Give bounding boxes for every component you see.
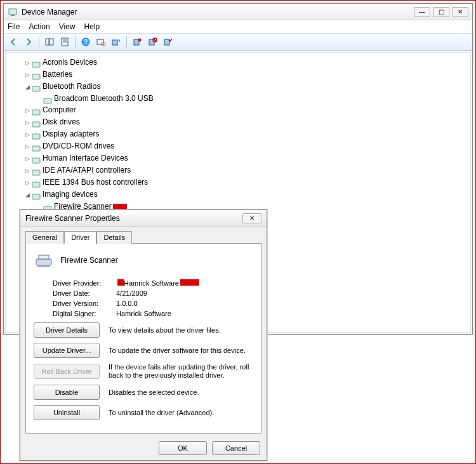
tree-node-label: Acronis Devices [43, 58, 97, 67]
tree-node-label: Bluetooth Radios [43, 82, 100, 91]
device-category-icon [31, 118, 41, 127]
window-title: Device Manager [22, 8, 414, 17]
tree-node[interactable]: ◢Imaging devicesFirewire Scanner [23, 189, 468, 212]
maximize-button[interactable]: ▢ [433, 7, 449, 17]
dialog-close-button[interactable]: ✕ [242, 213, 261, 223]
svg-rect-26 [32, 146, 40, 151]
tree-root[interactable]: ▷Acronis Devices▷Batteries◢Bluetooth Rad… [12, 56, 468, 212]
driver-details-button[interactable]: Driver Details [34, 322, 100, 338]
tree-node[interactable]: ▷Human Interface Devices [23, 152, 468, 164]
minimize-button[interactable]: — [414, 7, 430, 17]
expander-icon[interactable]: ◢ [23, 81, 31, 93]
expander-icon[interactable]: ▷ [23, 69, 31, 81]
svg-rect-15 [149, 39, 154, 45]
update-driver-desc: To update the driver software for this d… [109, 347, 253, 355]
signer-label: Digital Signer: [53, 310, 116, 317]
svg-rect-24 [32, 122, 40, 127]
tree-node[interactable]: ▷IEEE 1394 Bus host controllers [23, 176, 468, 189]
version-value: 1.0.0.0 [116, 300, 138, 307]
svg-rect-28 [32, 170, 40, 175]
svg-rect-19 [32, 62, 40, 67]
svg-rect-25 [32, 134, 40, 139]
tree-node-label: Display adapters [43, 129, 99, 138]
close-button[interactable]: ✕ [452, 7, 468, 17]
expander-icon[interactable]: ▷ [23, 57, 31, 69]
expander-icon[interactable]: ▷ [23, 129, 31, 140]
expander-icon[interactable]: ▷ [23, 141, 31, 152]
expander-icon[interactable]: ▷ [23, 165, 31, 176]
tree-node-label: Imaging devices [43, 190, 98, 199]
show-hide-tree-button[interactable] [43, 35, 56, 49]
version-label: Driver Version: [53, 300, 116, 307]
app-icon [8, 7, 18, 17]
tree-node[interactable]: ▷Acronis Devices [23, 56, 468, 69]
disable-toolbar-button[interactable] [145, 35, 159, 49]
ok-button[interactable]: OK [159, 441, 207, 455]
device-category-icon [31, 190, 41, 199]
tree-node[interactable]: ▷DVD/CD-ROM drives [23, 140, 468, 152]
tree-node-label: Computer [43, 105, 76, 114]
uninstall-desc: To uninstall the driver (Advanced). [109, 409, 253, 417]
disable-button[interactable]: Disable [34, 385, 100, 400]
titlebar[interactable]: Device Manager — ▢ ✕ [4, 4, 472, 20]
tab-driver[interactable]: Driver [64, 231, 96, 244]
menu-view[interactable]: View [59, 22, 76, 31]
device-category-icon [31, 154, 41, 163]
provider-value: Hamrick Software [124, 279, 179, 287]
tree-node[interactable]: ▷Batteries [23, 69, 468, 81]
tree-node-label: IEEE 1394 Bus host controllers [43, 178, 148, 187]
device-category-icon [31, 58, 41, 67]
enable-toolbar-button[interactable] [161, 35, 175, 49]
device-category-icon [31, 142, 41, 151]
expander-icon[interactable]: ▷ [23, 153, 31, 164]
properties-button[interactable] [58, 35, 72, 49]
separator-icon [39, 36, 39, 48]
uninstall-button[interactable]: Uninstall [34, 405, 100, 420]
tab-panel-driver: Firewire Scanner Driver Provider: Hamric… [25, 243, 261, 434]
tree-node[interactable]: ▷Disk drives [23, 116, 468, 128]
separator-icon [75, 36, 76, 48]
tab-details[interactable]: Details [96, 231, 132, 244]
expander-icon[interactable]: ◢ [23, 189, 31, 201]
tree-node-label: IDE ATA/ATAPI controllers [43, 166, 131, 175]
device-category-icon [31, 106, 41, 115]
forward-button[interactable] [22, 35, 36, 49]
update-driver-button[interactable]: Update Driver... [34, 343, 100, 358]
svg-rect-32 [36, 259, 51, 265]
svg-rect-11 [112, 40, 117, 45]
menu-help[interactable]: Help [84, 22, 100, 31]
back-button[interactable] [6, 35, 20, 49]
tab-general[interactable]: General [25, 231, 64, 244]
tree-node[interactable]: ▷Display adapters [23, 128, 468, 140]
menu-action[interactable]: Action [29, 22, 50, 31]
help-button[interactable]: ? [79, 35, 93, 49]
redaction-mark [180, 279, 199, 286]
svg-rect-3 [50, 39, 53, 45]
tree-node[interactable]: ▷Computer [23, 104, 468, 116]
scan-hardware-button[interactable] [94, 35, 108, 49]
redaction-mark [117, 279, 124, 286]
update-driver-toolbar-button[interactable] [109, 35, 123, 49]
svg-rect-0 [9, 9, 17, 15]
device-category-icon [31, 70, 41, 79]
separator-icon [126, 36, 127, 48]
cancel-button[interactable]: Cancel [212, 441, 260, 455]
expander-icon[interactable]: ▷ [23, 105, 31, 116]
tree-node-label: DVD/CD-ROM drives [43, 142, 114, 150]
tree-node[interactable]: Broadcom Bluetooth 3.0 USB [35, 93, 468, 104]
tree-node[interactable]: ◢Bluetooth RadiosBroadcom Bluetooth 3.0 … [23, 81, 468, 104]
uninstall-toolbar-button[interactable] [130, 35, 144, 49]
dialog-titlebar[interactable]: Firewire Scanner Properties ✕ [20, 210, 267, 227]
expander-icon[interactable]: ▷ [23, 117, 31, 128]
device-category-icon [31, 166, 41, 175]
svg-rect-12 [134, 39, 139, 45]
svg-rect-30 [32, 194, 40, 199]
tree-node[interactable]: ▷IDE ATA/ATAPI controllers [23, 164, 468, 176]
tree-node-label: Broadcom Bluetooth 3.0 USB [54, 94, 154, 103]
menu-file[interactable]: File [8, 22, 20, 31]
device-category-icon [31, 83, 41, 91]
svg-rect-34 [37, 265, 50, 267]
expander-icon[interactable]: ▷ [23, 177, 31, 189]
date-label: Driver Date: [53, 289, 116, 297]
signer-value: Hamrick Software [116, 310, 171, 317]
